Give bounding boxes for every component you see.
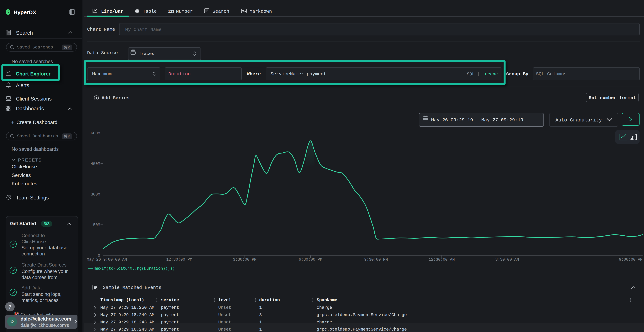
svg-text:6:30:00 PM: 6:30:00 PM <box>299 258 322 262</box>
svg-text:9:30:00 PM: 9:30:00 PM <box>364 258 388 262</box>
svg-text:May 26 9:00:00 AM: May 26 9:00:00 AM <box>87 258 127 262</box>
svg-text:12:30:00 AM: 12:30:00 AM <box>428 258 454 262</box>
svg-text:12:30:00 PM: 12:30:00 PM <box>166 258 192 262</box>
svg-text:600M: 600M <box>91 131 100 136</box>
svg-text:3:30:00 AM: 3:30:00 AM <box>495 258 519 262</box>
svg-text:150M: 150M <box>91 223 100 227</box>
svg-text:maxIf(toFloat640..ng(Duration): maxIf(toFloat640..ng(Duration))))) <box>94 266 175 271</box>
svg-text:9:00:00 AM: 9:00:00 AM <box>619 258 642 262</box>
svg-text:300M: 300M <box>91 192 100 197</box>
svg-text:3:30:00 PM: 3:30:00 PM <box>233 258 256 262</box>
svg-text:450M: 450M <box>91 162 100 166</box>
